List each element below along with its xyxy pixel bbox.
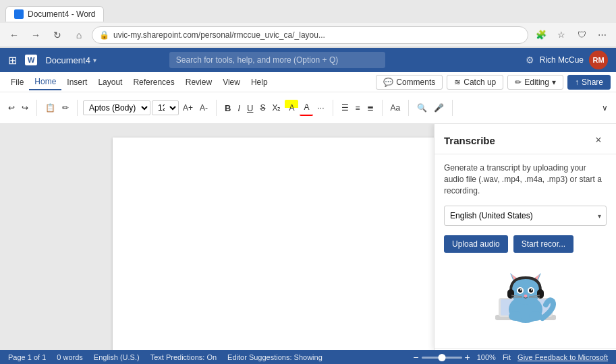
shield-icon[interactable]: 🛡	[573, 26, 590, 44]
transcribe-footer: 60/300 transcription upload minutes used…	[435, 348, 616, 350]
paragraph-group: ☰ ≡ ≣	[339, 100, 383, 116]
font-size-increase-button[interactable]: A+	[180, 100, 196, 116]
page-info: Page 1 of 1	[8, 353, 46, 361]
svg-point-17	[524, 295, 527, 297]
browser-toolbar-icons: 🧩 ☆ 🛡 ⋯	[532, 26, 611, 44]
word-search-input[interactable]	[169, 52, 385, 68]
strikethrough-button[interactable]: S	[257, 100, 268, 116]
bold-button[interactable]: B	[222, 100, 233, 116]
highlight-button[interactable]: A	[285, 100, 298, 116]
format-painter-button[interactable]: ✏	[59, 100, 72, 116]
zoom-out-button[interactable]: −	[413, 352, 418, 363]
svg-point-22	[509, 311, 522, 321]
zoom-slider[interactable]	[422, 357, 462, 359]
italic-button[interactable]: I	[235, 100, 243, 116]
font-size-selector[interactable]: 12	[152, 100, 179, 115]
upload-audio-button[interactable]: Upload audio	[444, 235, 508, 253]
menu-help[interactable]: Help	[246, 75, 273, 90]
bullets-button[interactable]: ☰	[339, 100, 352, 116]
redo-button[interactable]: ↪	[19, 100, 31, 116]
home-button[interactable]: ⌂	[70, 26, 88, 44]
settings-icon[interactable]: ⚙	[526, 55, 534, 65]
menu-insert[interactable]: Insert	[61, 75, 92, 90]
share-button[interactable]: ↑ Share	[567, 75, 611, 90]
comments-icon: 💬	[383, 78, 393, 87]
browser-toolbar: ← → ↻ ⌂ 🔒 uvic-my.sharepoint.com/persona…	[0, 23, 616, 47]
status-right: − + 100% Fit Give Feedback to Microsoft	[413, 352, 608, 363]
ribbon-tools: ↩ ↪ 📋 ✏ Aptos (Body) 12 A+ A- B I U	[0, 92, 616, 123]
undo-button[interactable]: ↩	[5, 100, 18, 116]
editing-button[interactable]: ✏ Editing ▾	[507, 75, 563, 90]
language-status: English (U.S.)	[94, 353, 140, 361]
more-formatting-button[interactable]: ···	[314, 100, 327, 116]
font-group: Aptos (Body) 12 A+ A-	[83, 100, 217, 116]
cat-svg	[482, 261, 569, 342]
zoom-level: 100%	[477, 353, 496, 361]
doc-title-chevron[interactable]: ▾	[93, 57, 96, 64]
editing-chevron: ▾	[552, 78, 556, 87]
menu-view[interactable]: View	[217, 75, 246, 90]
word-logo: W	[25, 55, 37, 65]
word-ribbon: File Home Insert Layout References Revie…	[0, 72, 616, 124]
transcribe-action-buttons: Upload audio Start recor...	[444, 235, 607, 253]
transcribe-description: Generate a transcript by uploading your …	[444, 162, 607, 196]
tab-label: Document4 - Word	[28, 9, 95, 19]
svg-point-13	[518, 289, 522, 293]
alignment-button[interactable]: ≣	[364, 100, 376, 116]
catchup-button[interactable]: ≋ Catch up	[447, 75, 503, 90]
menu-icon[interactable]: ⋯	[593, 26, 611, 44]
numbering-button[interactable]: ≡	[353, 100, 363, 116]
waffle-icon[interactable]: ⊞	[8, 54, 17, 67]
menu-layout[interactable]: Layout	[92, 75, 128, 90]
text-predictions-status: Text Predictions: On	[150, 353, 217, 361]
find-button[interactable]: 🔍	[414, 100, 430, 116]
start-recording-button[interactable]: Start recor...	[513, 235, 573, 253]
favorites-icon[interactable]: ☆	[553, 26, 570, 44]
language-select[interactable]: English (United States) English (Canada)…	[444, 206, 607, 226]
menu-file[interactable]: File	[5, 75, 29, 90]
transcribe-close-button[interactable]: ×	[590, 132, 607, 148]
more-ribbon-button[interactable]: ∨	[599, 100, 611, 116]
forward-button[interactable]: →	[27, 26, 45, 44]
word-favicon	[14, 9, 24, 19]
font-family-selector[interactable]: Aptos (Body)	[83, 100, 150, 115]
font-color-button[interactable]: A	[300, 100, 313, 116]
extensions-icon[interactable]: 🧩	[532, 26, 550, 44]
zoom-controls: − +	[413, 352, 470, 363]
share-icon: ↑	[575, 78, 579, 87]
subscript-button[interactable]: X₂	[269, 100, 283, 116]
fit-label[interactable]: Fit	[503, 353, 511, 361]
menu-review[interactable]: Review	[180, 75, 217, 90]
titlebar-right: ⚙ Rich McCue RM	[526, 51, 608, 69]
svg-point-15	[520, 289, 522, 291]
underline-button[interactable]: U	[244, 100, 256, 116]
browser-chrome: Document4 - Word ← → ↻ ⌂ 🔒 uvic-my.share…	[0, 0, 616, 48]
styles-button[interactable]: Aa	[388, 100, 403, 116]
address-bar[interactable]: 🔒 uvic-my.sharepoint.com/personal/rmccue…	[92, 26, 528, 44]
refresh-button[interactable]: ↻	[49, 26, 66, 44]
transcribe-panel: Transcribe × Generate a transcript by up…	[434, 124, 616, 350]
menu-references[interactable]: References	[128, 75, 179, 90]
browser-tab[interactable]: Document4 - Word	[5, 6, 104, 22]
font-size-decrease-button[interactable]: A-	[197, 100, 211, 116]
back-button[interactable]: ←	[5, 26, 23, 44]
menu-home[interactable]: Home	[29, 74, 61, 90]
user-name: Rich McCue	[540, 55, 584, 65]
user-avatar[interactable]: RM	[589, 51, 608, 69]
paste-button[interactable]: 📋	[43, 100, 58, 116]
comments-label: Comments	[396, 78, 435, 87]
ribbon-actions: 💬 Comments ≋ Catch up ✏ Editing ▾ ↑ Shar…	[376, 75, 611, 90]
comments-button[interactable]: 💬 Comments	[376, 75, 443, 90]
word-titlebar: ⊞ W Document4 ▾ ⚙ Rich McCue RM	[0, 48, 616, 72]
dictate-button[interactable]: 🎤	[431, 100, 447, 116]
clipboard-group: 📋 ✏	[43, 100, 78, 116]
transcribe-header: Transcribe ×	[435, 124, 616, 154]
doc-title: Document4 ▾	[45, 55, 96, 65]
editing-label: Editing	[524, 78, 549, 87]
catchup-label: Catch up	[464, 78, 496, 87]
catchup-icon: ≋	[454, 78, 461, 87]
zoom-thumb	[438, 354, 445, 361]
zoom-in-button[interactable]: +	[465, 352, 470, 363]
doc-title-text: Document4	[45, 55, 90, 65]
feedback-label[interactable]: Give Feedback to Microsoft	[517, 353, 608, 361]
